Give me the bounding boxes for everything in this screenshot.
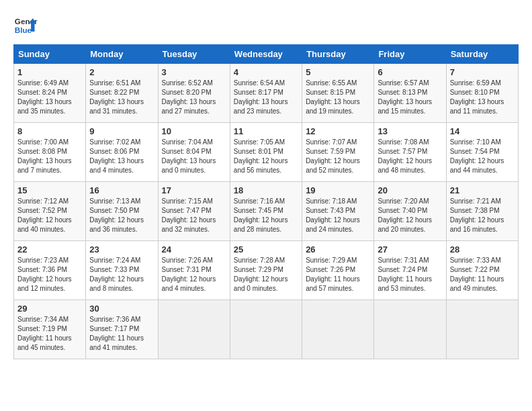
- day-number: 2: [89, 67, 154, 77]
- day-number: 7: [450, 67, 515, 77]
- calendar-cell: [230, 300, 302, 359]
- day-info: Sunrise: 7:13 AM Sunset: 7:50 PM Dayligh…: [89, 197, 154, 234]
- day-number: 23: [89, 244, 154, 255]
- calendar-cell: 14Sunrise: 7:10 AM Sunset: 7:54 PM Dayli…: [446, 123, 518, 182]
- day-info: Sunrise: 7:33 AM Sunset: 7:22 PM Dayligh…: [450, 256, 515, 293]
- calendar-cell: 22Sunrise: 7:23 AM Sunset: 7:36 PM Dayli…: [14, 241, 86, 300]
- calendar-cell: 15Sunrise: 7:12 AM Sunset: 7:52 PM Dayli…: [14, 182, 86, 241]
- svg-text:Blue: Blue: [15, 26, 32, 34]
- day-info: Sunrise: 6:59 AM Sunset: 8:10 PM Dayligh…: [450, 79, 515, 116]
- day-number: 4: [234, 67, 298, 77]
- day-info: Sunrise: 7:24 AM Sunset: 7:33 PM Dayligh…: [89, 256, 154, 293]
- day-number: 11: [234, 126, 298, 136]
- day-info: Sunrise: 7:28 AM Sunset: 7:29 PM Dayligh…: [234, 256, 298, 293]
- calendar-cell: 9Sunrise: 7:02 AM Sunset: 8:06 PM Daylig…: [86, 123, 158, 182]
- logo-icon: General Blue: [13, 13, 38, 38]
- day-info: Sunrise: 7:34 AM Sunset: 7:19 PM Dayligh…: [17, 315, 82, 353]
- day-number: 21: [450, 185, 515, 195]
- day-number: 13: [378, 126, 442, 136]
- day-number: 12: [306, 126, 370, 136]
- calendar-cell: 17Sunrise: 7:15 AM Sunset: 7:47 PM Dayli…: [158, 182, 230, 241]
- day-info: Sunrise: 7:21 AM Sunset: 7:38 PM Dayligh…: [450, 197, 515, 234]
- day-number: 8: [17, 126, 82, 136]
- day-info: Sunrise: 7:15 AM Sunset: 7:47 PM Dayligh…: [162, 197, 226, 234]
- calendar-cell: 18Sunrise: 7:16 AM Sunset: 7:45 PM Dayli…: [230, 182, 302, 241]
- calendar-cell: [302, 300, 374, 359]
- day-number: 3: [162, 67, 226, 77]
- day-info: Sunrise: 6:52 AM Sunset: 8:20 PM Dayligh…: [162, 79, 226, 116]
- calendar-cell: 26Sunrise: 7:29 AM Sunset: 7:26 PM Dayli…: [302, 241, 374, 300]
- calendar-cell: 27Sunrise: 7:31 AM Sunset: 7:24 PM Dayli…: [374, 241, 446, 300]
- logo: General Blue: [13, 13, 38, 38]
- day-number: 27: [378, 244, 442, 255]
- calendar-cell: 19Sunrise: 7:18 AM Sunset: 7:43 PM Dayli…: [302, 182, 374, 241]
- weekday-header-monday: Monday: [86, 45, 158, 64]
- day-info: Sunrise: 7:00 AM Sunset: 8:08 PM Dayligh…: [17, 138, 82, 175]
- weekday-header-sunday: Sunday: [14, 45, 86, 64]
- day-number: 9: [89, 126, 154, 136]
- weekday-header-thursday: Thursday: [302, 45, 374, 64]
- day-number: 26: [306, 244, 370, 255]
- calendar-cell: 13Sunrise: 7:08 AM Sunset: 7:57 PM Dayli…: [374, 123, 446, 182]
- day-info: Sunrise: 7:12 AM Sunset: 7:52 PM Dayligh…: [17, 197, 82, 234]
- calendar-cell: 11Sunrise: 7:05 AM Sunset: 8:01 PM Dayli…: [230, 123, 302, 182]
- calendar-cell: [158, 300, 230, 359]
- header: General Blue: [13, 13, 519, 38]
- day-number: 14: [450, 126, 515, 136]
- day-info: Sunrise: 6:51 AM Sunset: 8:22 PM Dayligh…: [89, 79, 154, 116]
- day-info: Sunrise: 7:08 AM Sunset: 7:57 PM Dayligh…: [378, 138, 442, 175]
- calendar-cell: 4Sunrise: 6:54 AM Sunset: 8:17 PM Daylig…: [230, 64, 302, 123]
- day-number: 5: [306, 67, 370, 77]
- weekday-header-tuesday: Tuesday: [158, 45, 230, 64]
- calendar-cell: 30Sunrise: 7:36 AM Sunset: 7:17 PM Dayli…: [86, 300, 158, 359]
- calendar-cell: 25Sunrise: 7:28 AM Sunset: 7:29 PM Dayli…: [230, 241, 302, 300]
- calendar-cell: 24Sunrise: 7:26 AM Sunset: 7:31 PM Dayli…: [158, 241, 230, 300]
- calendar-cell: 16Sunrise: 7:13 AM Sunset: 7:50 PM Dayli…: [86, 182, 158, 241]
- day-number: 10: [162, 126, 226, 136]
- day-number: 19: [306, 185, 370, 195]
- day-number: 29: [17, 304, 82, 314]
- calendar-cell: 21Sunrise: 7:21 AM Sunset: 7:38 PM Dayli…: [446, 182, 518, 241]
- calendar-cell: 8Sunrise: 7:00 AM Sunset: 8:08 PM Daylig…: [14, 123, 86, 182]
- calendar-cell: 7Sunrise: 6:59 AM Sunset: 8:10 PM Daylig…: [446, 64, 518, 123]
- day-info: Sunrise: 6:57 AM Sunset: 8:13 PM Dayligh…: [378, 79, 442, 116]
- weekday-header-friday: Friday: [374, 45, 446, 64]
- calendar-cell: 29Sunrise: 7:34 AM Sunset: 7:19 PM Dayli…: [14, 300, 86, 359]
- day-info: Sunrise: 7:36 AM Sunset: 7:17 PM Dayligh…: [89, 315, 154, 353]
- calendar-cell: 1Sunrise: 6:49 AM Sunset: 8:24 PM Daylig…: [14, 64, 86, 123]
- day-info: Sunrise: 7:31 AM Sunset: 7:24 PM Dayligh…: [378, 256, 442, 293]
- weekday-header-wednesday: Wednesday: [230, 45, 302, 64]
- day-info: Sunrise: 6:49 AM Sunset: 8:24 PM Dayligh…: [17, 79, 82, 116]
- day-info: Sunrise: 7:04 AM Sunset: 8:04 PM Dayligh…: [162, 138, 226, 175]
- calendar-cell: 6Sunrise: 6:57 AM Sunset: 8:13 PM Daylig…: [374, 64, 446, 123]
- calendar-cell: 2Sunrise: 6:51 AM Sunset: 8:22 PM Daylig…: [86, 64, 158, 123]
- day-number: 22: [17, 244, 82, 255]
- day-info: Sunrise: 7:18 AM Sunset: 7:43 PM Dayligh…: [306, 197, 370, 234]
- day-number: 17: [162, 185, 226, 195]
- day-number: 25: [234, 244, 298, 255]
- day-info: Sunrise: 7:05 AM Sunset: 8:01 PM Dayligh…: [234, 138, 298, 175]
- weekday-header-saturday: Saturday: [446, 45, 518, 64]
- calendar-cell: 20Sunrise: 7:20 AM Sunset: 7:40 PM Dayli…: [374, 182, 446, 241]
- calendar-cell: 23Sunrise: 7:24 AM Sunset: 7:33 PM Dayli…: [86, 241, 158, 300]
- calendar-cell: 12Sunrise: 7:07 AM Sunset: 7:59 PM Dayli…: [302, 123, 374, 182]
- day-info: Sunrise: 7:16 AM Sunset: 7:45 PM Dayligh…: [234, 197, 298, 234]
- day-number: 20: [378, 185, 442, 195]
- day-info: Sunrise: 6:54 AM Sunset: 8:17 PM Dayligh…: [234, 79, 298, 116]
- calendar-cell: 10Sunrise: 7:04 AM Sunset: 8:04 PM Dayli…: [158, 123, 230, 182]
- day-number: 18: [234, 185, 298, 195]
- day-info: Sunrise: 7:26 AM Sunset: 7:31 PM Dayligh…: [162, 256, 226, 293]
- day-number: 24: [162, 244, 226, 255]
- calendar-cell: 3Sunrise: 6:52 AM Sunset: 8:20 PM Daylig…: [158, 64, 230, 123]
- day-info: Sunrise: 7:20 AM Sunset: 7:40 PM Dayligh…: [378, 197, 442, 234]
- day-info: Sunrise: 7:10 AM Sunset: 7:54 PM Dayligh…: [450, 138, 515, 175]
- day-number: 15: [17, 185, 82, 195]
- day-info: Sunrise: 7:23 AM Sunset: 7:36 PM Dayligh…: [17, 256, 82, 293]
- calendar-table: SundayMondayTuesdayWednesdayThursdayFrid…: [13, 44, 519, 359]
- day-info: Sunrise: 7:29 AM Sunset: 7:26 PM Dayligh…: [306, 256, 370, 293]
- day-info: Sunrise: 7:07 AM Sunset: 7:59 PM Dayligh…: [306, 138, 370, 175]
- day-number: 16: [89, 185, 154, 195]
- calendar-cell: 5Sunrise: 6:55 AM Sunset: 8:15 PM Daylig…: [302, 64, 374, 123]
- day-number: 6: [378, 67, 442, 77]
- calendar-cell: 28Sunrise: 7:33 AM Sunset: 7:22 PM Dayli…: [446, 241, 518, 300]
